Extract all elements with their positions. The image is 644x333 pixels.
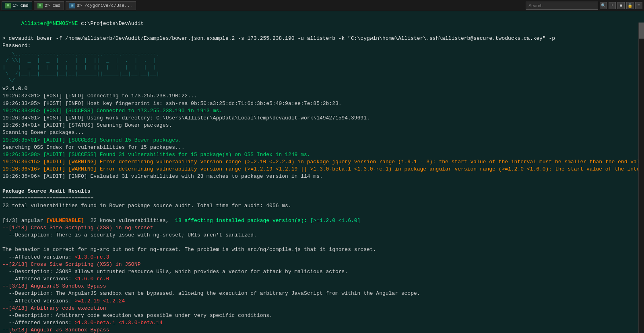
terminal-line-0: 19:26:32<01> [HOST] [INFO] Connecting to… bbox=[2, 92, 636, 100]
toolbar-right: 🔍 + ▣ 🔒 ≡ bbox=[526, 2, 642, 10]
terminal-line-19: --Description: There is a security issue… bbox=[2, 232, 636, 239]
terminal-line-13: Package Source Audit Results bbox=[2, 188, 636, 195]
terminal-line-23: --[2/18] Cross Site Scripting (XSS) in J… bbox=[2, 261, 636, 268]
terminal-line-17: [1/3] angular [VULNERABLE] 22 known vuln… bbox=[2, 217, 636, 224]
tab-cmd-2[interactable]: ■ 2> cmd bbox=[34, 1, 64, 10]
terminal-line-15: 23 total vulnerabilities found in Bower … bbox=[2, 202, 636, 210]
tab-cygdrive[interactable]: ▣ 3> /cygdrive/c/Use... bbox=[66, 1, 136, 10]
terminal-line-9: 19:26:36<15> [AUDIT] [WARNING] Error det… bbox=[2, 158, 636, 166]
command-line: > devaudit bower -f /home/allisterb/DevA… bbox=[2, 35, 636, 42]
new-tab-button[interactable]: + bbox=[609, 2, 616, 9]
terminal-line-5: Scanning Bower packages... bbox=[2, 129, 636, 136]
version-line: v2.1.0.0 bbox=[2, 85, 636, 92]
split-button[interactable]: ▣ bbox=[617, 2, 625, 9]
terminal-line-11: 19:26:36<06> [AUDIT] [INFO] Evaluated 31… bbox=[2, 173, 636, 180]
terminal-line-12 bbox=[2, 181, 636, 188]
terminal-line-22: --Affected versions: <1.3.0-rc.3 bbox=[2, 254, 636, 261]
tab-label-3: 3> /cygdrive/c/Use... bbox=[76, 3, 132, 8]
terminal-line-2: 19:26:33<05> [HOST] [SUCCESS] Connected … bbox=[2, 107, 636, 115]
terminal-line-6: 19:26:35<01> [AUDIT] [SUCCESS] Scanned 1… bbox=[2, 137, 636, 144]
terminal-line-28: --Affected versions: >=1.2.19 <1.2.24 bbox=[2, 298, 636, 305]
scrollbar-thumb[interactable] bbox=[639, 23, 644, 39]
tab-label-1: 1> cmd bbox=[12, 3, 29, 8]
terminal-line-32: --[5/18] Angular Js Sandbox Bypass bbox=[2, 327, 636, 333]
tab-icon-2: ■ bbox=[37, 3, 43, 8]
lock-icon[interactable]: 🔒 bbox=[626, 2, 634, 9]
terminal-line-30: --Description: Arbitrary code execution … bbox=[2, 312, 636, 319]
terminal-line-3: 19:26:34<01> [HOST] [INFO] Using work di… bbox=[2, 115, 636, 122]
terminal-line-7: Searching OSS Index for vulnerabilities … bbox=[2, 144, 636, 151]
terminal-line-31: --Affected versions: >1.3.0-beta.1 <1.3.… bbox=[2, 319, 636, 327]
search-icon[interactable]: 🔍 bbox=[600, 2, 607, 9]
password-prompt: Password: bbox=[2, 42, 636, 49]
tab-icon-1: ■ bbox=[5, 3, 11, 8]
terminal-line-10: 19:26:36<16> [AUDIT] [WARNING] Error det… bbox=[2, 166, 636, 173]
search-input[interactable] bbox=[526, 2, 598, 10]
terminal-line-18: --[1/18] Cross Site Scripting (XSS) in n… bbox=[2, 224, 636, 232]
menu-icon[interactable]: ≡ bbox=[635, 2, 642, 9]
prompt-line: Allister@MNEMOSYNE c:\Projects\DevAudit bbox=[2, 13, 636, 35]
terminal-line-25: --Affected versions: <1.6.0-rc.0 bbox=[2, 275, 636, 283]
terminal-line-16 bbox=[2, 210, 636, 217]
terminal-line-14: ============================= bbox=[2, 195, 636, 202]
terminal-line-21: The behavior is correct for ng-src but n… bbox=[2, 246, 636, 253]
terminal-line-29: --[4/18] Arbitrary code execution bbox=[2, 305, 636, 312]
prompt-path: c:\Projects\DevAudit bbox=[78, 21, 144, 27]
prompt-user: Allister@MNEMOSYNE bbox=[21, 21, 78, 27]
terminal-line-27: --Description: The AngularJS sandbox can… bbox=[2, 290, 636, 297]
logo-art: _\,.-----.-----.-----.------..-----.----… bbox=[2, 51, 636, 84]
terminal-lines: 19:26:32<01> [HOST] [INFO] Connecting to… bbox=[2, 92, 636, 333]
tab-cmd-1[interactable]: ■ 1> cmd bbox=[2, 1, 32, 10]
terminal-content: Allister@MNEMOSYNE c:\Projects\DevAudit … bbox=[0, 11, 638, 333]
scrollbar[interactable] bbox=[638, 23, 644, 333]
terminal-line-4: 19:26:34<01> [AUDIT] [STATUS] Scanning B… bbox=[2, 122, 636, 129]
title-bar: ■ 1> cmd ■ 2> cmd ▣ 3> /cygdrive/c/Use..… bbox=[0, 0, 644, 11]
tab-label-2: 2> cmd bbox=[45, 3, 61, 8]
terminal-line-24: --Description: JSONP allows untrusted re… bbox=[2, 268, 636, 275]
terminal-line-20 bbox=[2, 239, 636, 246]
tab-icon-3: ▣ bbox=[69, 3, 75, 8]
terminal-line-26: --[3/18] AngularJS Sandbox Bypass bbox=[2, 283, 636, 290]
terminal-line-8: 19:26:36<08> [AUDIT] [SUCCESS] Found 31 … bbox=[2, 151, 636, 158]
terminal-line-1: 19:26:33<05> [HOST] [INFO] Host key fing… bbox=[2, 100, 636, 107]
